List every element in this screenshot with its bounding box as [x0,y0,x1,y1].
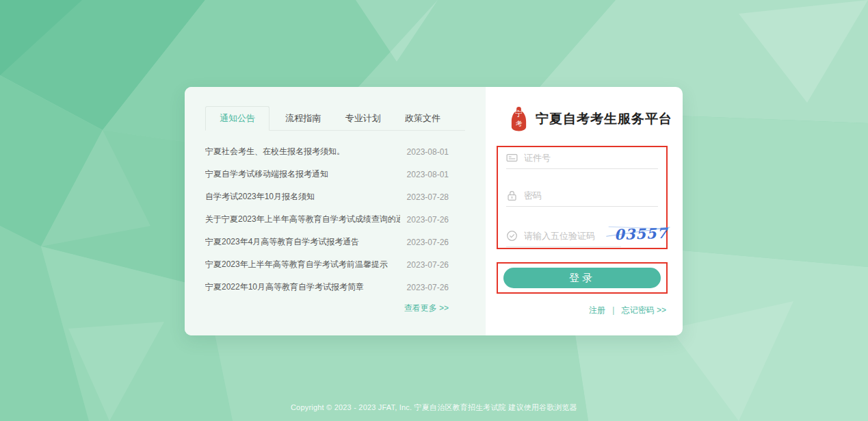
copyright-footer: Copyright © 2023 - 2023 JFAT, Inc. 宁夏自治区… [0,403,868,413]
notice-list: 宁夏社会考生、在校生报名报考须知。 2023-08-01 宁夏自学考试移动端报名… [205,140,465,298]
notice-date: 2023-07-26 [407,283,449,292]
id-number-field[interactable] [506,152,658,169]
brand: 宁 考 宁夏自考考生服务平台 [509,105,672,133]
captcha-image[interactable]: 03557 [614,225,668,244]
notice-title: 宁夏2023年4月高等教育自学考试报考通告 [205,236,359,248]
announcements-panel: 通知公告 流程指南 专业计划 政策文件 宁夏社会考生、在校生报名报考须知。 20… [185,87,486,335]
notice-title: 自学考试2023年10月报名须知 [205,191,315,203]
platform-title: 宁夏自考考生服务平台 [536,110,672,128]
svg-text:考: 考 [516,120,523,127]
notice-title: 宁夏社会考生、在校生报名报考须知。 [205,146,345,157]
shield-check-icon [506,230,518,242]
notice-title: 宁夏2023年上半年高等教育自学考试考前温馨提示 [205,259,388,270]
forgot-password-link[interactable]: 忘记密码 >> [622,305,666,316]
notice-row[interactable]: 宁夏自学考试移动端报名报考通知 2023-08-01 [205,163,465,186]
tab-notice-bulletin[interactable]: 通知公告 [205,106,269,131]
notice-date: 2023-08-01 [407,170,449,179]
link-separator: ｜ [609,305,618,316]
notice-row[interactable]: 自学考试2023年10月报名须知 2023-07-28 [205,186,465,208]
notice-title: 宁夏2022年10月高等教育自学考试报考简章 [205,281,364,293]
notice-date: 2023-07-28 [407,192,449,202]
login-button[interactable]: 登录 [503,268,661,288]
password-field[interactable] [506,190,658,207]
tab-policy-documents[interactable]: 政策文件 [397,107,449,130]
auxiliary-links: 注册 ｜ 忘记密码 >> [589,305,666,316]
notice-title: 关于宁夏2023年上半年高等教育自学考试成绩查询的通知 [205,214,400,225]
notice-row[interactable]: 宁夏2023年上半年高等教育自学考试考前温馨提示 2023-07-26 [205,253,465,276]
notice-row[interactable]: 宁夏2023年4月高等教育自学考试报考通告 2023-07-26 [205,231,465,253]
tab-process-guide[interactable]: 流程指南 [277,107,329,130]
notice-title: 宁夏自学考试移动端报名报考通知 [205,168,328,180]
notice-date: 2023-07-26 [407,260,449,270]
platform-logo-icon: 宁 考 [509,105,529,133]
id-card-icon [506,152,518,164]
lock-icon [506,190,518,201]
notice-date: 2023-07-26 [407,238,449,247]
notice-date: 2023-08-01 [407,147,449,157]
captcha-field[interactable] [506,230,621,247]
svg-text:宁: 宁 [515,110,523,118]
notice-date: 2023-07-26 [407,215,449,225]
notice-row[interactable]: 宁夏2022年10月高等教育自学考试报考简章 2023-07-26 [205,276,465,298]
password-input[interactable] [524,190,658,201]
login-panel: 宁 考 宁夏自考考生服务平台 [486,87,683,335]
tab-major-plan[interactable]: 专业计划 [337,107,389,130]
id-number-input[interactable] [524,153,658,163]
notice-row[interactable]: 宁夏社会考生、在校生报名报考须知。 2023-08-01 [205,140,465,163]
notice-row[interactable]: 关于宁夏2023年上半年高等教育自学考试成绩查询的通知 2023-07-26 [205,208,465,231]
view-more-link[interactable]: 查看更多 >> [205,303,465,314]
main-card: 通知公告 流程指南 专业计划 政策文件 宁夏社会考生、在校生报名报考须知。 20… [185,87,683,335]
register-link[interactable]: 注册 [589,305,605,316]
announcement-tabs: 通知公告 流程指南 专业计划 政策文件 [205,106,465,131]
